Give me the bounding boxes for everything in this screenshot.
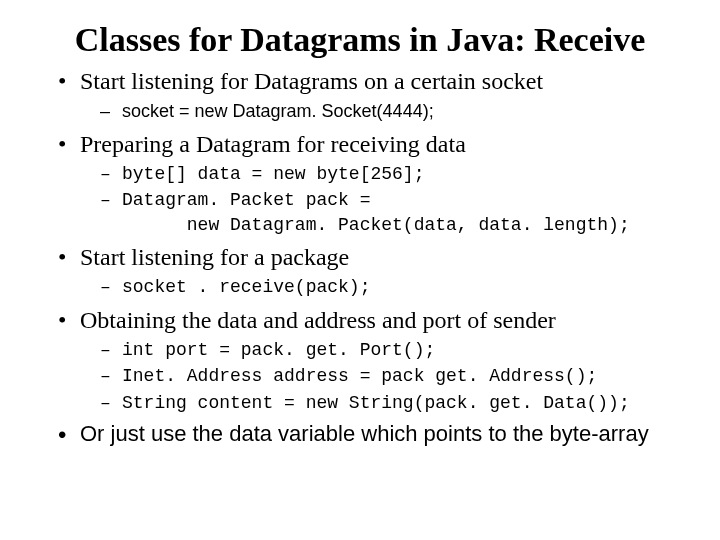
item-text: Start listening for Datagrams on a certa… <box>80 68 543 94</box>
bullet-list-level2: byte[] data = new byte[256]; Datagram. P… <box>100 162 680 237</box>
bullet-list-level2: socket . receive(pack); <box>100 275 680 299</box>
list-item: socket . receive(pack); <box>100 275 680 299</box>
item-text: Obtaining the data and address and port … <box>80 307 556 333</box>
bullet-list-level2: int port = pack. get. Port(); Inet. Addr… <box>100 338 680 415</box>
list-item: Start listening for a package socket . r… <box>58 241 680 300</box>
list-item: Or just use the data variable which poin… <box>58 419 680 449</box>
list-item: Preparing a Datagram for receiving data … <box>58 128 680 237</box>
list-item: socket = new Datagram. Socket(4444); <box>100 99 680 123</box>
list-item: Datagram. Packet pack = new Datagram. Pa… <box>100 188 680 237</box>
bullet-list-level1: Start listening for Datagrams on a certa… <box>58 65 680 449</box>
item-text: Start listening for a package <box>80 244 349 270</box>
list-item: Inet. Address address = pack get. Addres… <box>100 364 680 388</box>
list-item: Start listening for Datagrams on a certa… <box>58 65 680 124</box>
list-item: String content = new String(pack. get. D… <box>100 391 680 415</box>
slide-title: Classes for Datagrams in Java: Receive <box>40 20 680 59</box>
list-item: int port = pack. get. Port(); <box>100 338 680 362</box>
bullet-list-level2: socket = new Datagram. Socket(4444); <box>100 99 680 123</box>
item-text: Preparing a Datagram for receiving data <box>80 131 466 157</box>
list-item: byte[] data = new byte[256]; <box>100 162 680 186</box>
item-text: Or just use the data variable which poin… <box>80 421 649 446</box>
list-item: Obtaining the data and address and port … <box>58 304 680 415</box>
